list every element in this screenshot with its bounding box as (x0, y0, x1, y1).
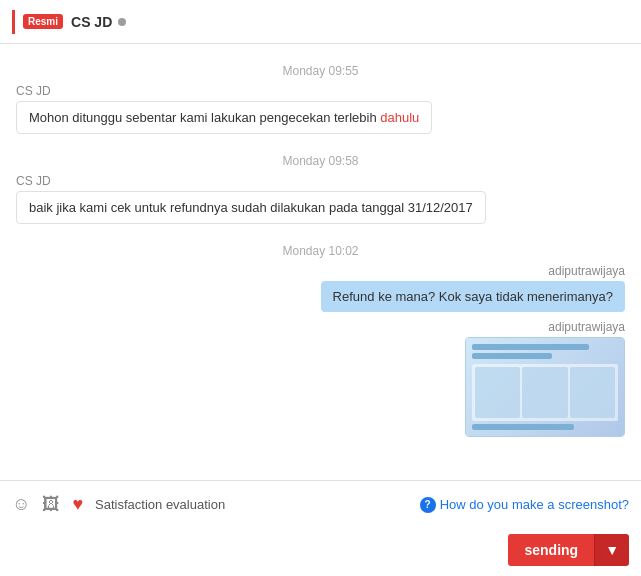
accent-bar (12, 10, 15, 34)
user-bubble-1: Refund ke mana? Kok saya tidak meneriman… (321, 281, 625, 312)
agent-name: CS JD (71, 14, 112, 30)
chat-toolbar: ☺ 🖼 ♥ Satisfaction evaluation ? How do y… (0, 480, 641, 528)
user-sender-label-2: adiputrawijaya (548, 320, 625, 334)
help-text: How do you make a screenshot? (440, 497, 629, 512)
status-dot (118, 18, 126, 26)
send-button-wrapper: sending ▼ (508, 534, 629, 566)
cs-bubble-1: Mohon ditunggu sebentar kami lakukan pen… (16, 101, 432, 134)
dropdown-arrow-icon: ▼ (605, 542, 619, 558)
image-icon[interactable]: 🖼 (42, 494, 60, 515)
cs-message-2: CS JD baik jika kami cek untuk refundnya… (16, 174, 625, 234)
timestamp-0958: Monday 09:58 (16, 154, 625, 168)
cs-sender-label-2: CS JD (16, 174, 625, 188)
send-row: sending ▼ (0, 528, 641, 576)
toolbar-left: ☺ 🖼 ♥ Satisfaction evaluation (12, 494, 225, 515)
send-dropdown-button[interactable]: ▼ (594, 534, 629, 566)
ss-content (472, 364, 618, 421)
ss-bar-3 (472, 424, 574, 430)
ss-col-3 (570, 367, 615, 418)
user-sender-label-1: adiputrawijaya (548, 264, 625, 278)
cs-bubble-2: baik jika kami cek untuk refundnya sudah… (16, 191, 486, 224)
cs-sender-label-1: CS JD (16, 84, 625, 98)
timestamp-0955: Monday 09:55 (16, 64, 625, 78)
ss-bar-2 (472, 353, 552, 359)
ss-col-1 (475, 367, 520, 418)
emoji-icon[interactable]: ☺ (12, 494, 30, 515)
chat-header: Resmi CS JD (0, 0, 641, 44)
help-icon: ? (420, 497, 436, 513)
cs-message-1: CS JD Mohon ditunggu sebentar kami lakuk… (16, 84, 625, 144)
screenshot-preview (465, 337, 625, 437)
timestamp-1002: Monday 10:02 (16, 244, 625, 258)
user-message-image: adiputrawijaya (16, 320, 625, 437)
heart-icon[interactable]: ♥ (72, 494, 83, 515)
send-button[interactable]: sending (508, 534, 594, 566)
help-section[interactable]: ? How do you make a screenshot? (420, 497, 629, 513)
satisfaction-label: Satisfaction evaluation (95, 497, 225, 512)
screenshot-inner (466, 338, 624, 436)
resmi-badge: Resmi (23, 14, 63, 29)
ss-bar-1 (472, 344, 589, 350)
ss-col-2 (522, 367, 567, 418)
user-message-1: adiputrawijaya Refund ke mana? Kok saya … (16, 264, 625, 312)
chat-area: Monday 09:55 CS JD Mohon ditunggu sebent… (0, 44, 641, 480)
